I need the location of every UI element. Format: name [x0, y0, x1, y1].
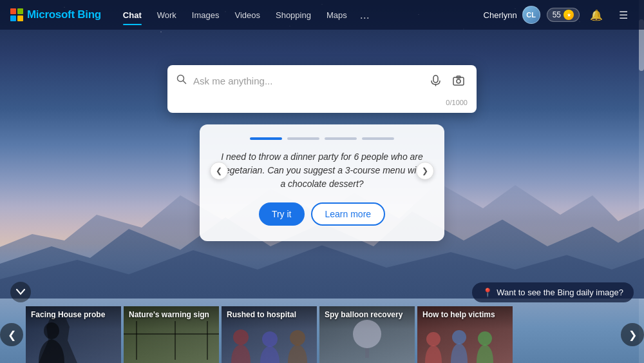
progress-dots	[219, 137, 425, 140]
nav-item-shopping[interactable]: Shopping	[269, 8, 317, 23]
news-next-button[interactable]: ❯	[621, 323, 644, 346]
menu-button[interactable]: ☰	[613, 5, 634, 25]
microsoft-logo-grid	[10, 8, 23, 21]
svg-point-7	[44, 322, 59, 339]
progress-dot-3[interactable]	[325, 137, 357, 140]
svg-point-19	[478, 331, 492, 346]
svg-point-18	[452, 330, 466, 344]
try-it-button[interactable]: Try it	[259, 202, 305, 226]
svg-point-17	[426, 332, 440, 346]
learn-more-button[interactable]: Learn more	[311, 202, 386, 226]
news-card-4[interactable]: Spy balloon recovery	[319, 306, 415, 363]
svg-rect-4	[453, 77, 464, 85]
search-bottom: 0/1000	[167, 96, 477, 113]
nav-items: Chat Work Images Videos Shopping Maps ..…	[117, 6, 471, 25]
score-badge[interactable]: 55 ★	[547, 8, 580, 22]
news-card-title-1: Facing House probe	[31, 310, 116, 320]
daily-image-button[interactable]: 📍 Want to see the Bing daily image?	[472, 282, 634, 302]
progress-dot-1[interactable]	[250, 137, 282, 140]
location-icon: 📍	[482, 288, 493, 297]
news-card-5[interactable]: How to help victims	[417, 306, 513, 363]
svg-point-14	[290, 330, 305, 346]
search-container: 0/1000	[167, 65, 477, 113]
card-inner: ❮ I need to throw a dinner party for 6 p…	[219, 150, 425, 191]
progress-dot-4[interactable]	[362, 137, 394, 140]
news-prev-button[interactable]: ❮	[0, 323, 23, 346]
user-section: Cherlynn CL	[484, 6, 540, 24]
mic-button[interactable]	[426, 72, 444, 90]
news-card-3[interactable]: Rushed to hospital	[222, 306, 317, 363]
logo-sq-blue	[10, 15, 16, 21]
brand-bing: Bing	[77, 8, 101, 21]
brand-name: Microsoft Bing	[27, 8, 101, 21]
news-card-title-2: Nature's warning sign	[129, 310, 214, 320]
news-card-1[interactable]: Facing House probe	[26, 306, 121, 363]
logo-sq-yellow	[17, 15, 23, 21]
search-top	[167, 65, 477, 96]
search-icons-right	[426, 72, 468, 90]
notifications-button[interactable]: 🔔	[586, 5, 607, 25]
card-prev-button[interactable]: ❮	[210, 162, 228, 180]
char-count: 0/1000	[446, 99, 468, 106]
svg-rect-16	[365, 348, 369, 358]
svg-point-15	[353, 320, 381, 348]
card-next-button[interactable]: ❯	[416, 162, 434, 180]
svg-rect-2	[433, 75, 438, 83]
svg-point-13	[262, 331, 278, 347]
camera-button[interactable]	[450, 72, 468, 90]
search-icon	[176, 74, 187, 87]
svg-point-5	[457, 79, 460, 83]
user-name: Cherlynn	[484, 10, 517, 20]
nav-item-maps[interactable]: Maps	[320, 8, 354, 23]
notifications-icon: 🔔	[590, 9, 603, 21]
svg-line-1	[184, 81, 186, 84]
main-content: 0/1000 ❮ I need to throw a dinner party …	[0, 30, 644, 241]
nav-item-videos[interactable]: Videos	[228, 8, 267, 23]
nav-right: Cherlynn CL 55 ★ 🔔 ☰	[484, 5, 634, 25]
svg-point-12	[233, 329, 249, 345]
score-value: 55	[553, 10, 561, 19]
search-input[interactable]	[193, 75, 420, 86]
suggestion-text: I need to throw a dinner party for 6 peo…	[219, 150, 425, 191]
logo-sq-red	[10, 8, 16, 14]
logo[interactable]: Microsoft Bing	[10, 8, 101, 21]
navbar: Microsoft Bing Chat Work Images Videos S…	[0, 0, 644, 30]
user-avatar[interactable]: CL	[522, 6, 540, 24]
bottom-bar: 📍 Want to see the Bing daily image?	[0, 278, 644, 306]
progress-dot-2[interactable]	[287, 137, 319, 140]
suggestion-card: ❮ I need to throw a dinner party for 6 p…	[200, 124, 444, 241]
nav-item-images[interactable]: Images	[185, 8, 226, 23]
daily-image-label: Want to see the Bing daily image?	[497, 288, 623, 297]
news-card-2[interactable]: Nature's warning sign	[124, 306, 219, 363]
news-cards-container: ❮ Facing House probe Nature's warning si…	[0, 306, 644, 363]
card-buttons: Try it Learn more	[219, 202, 425, 226]
brand-ms: Microsoft	[27, 8, 75, 21]
bottom-section: 📍 Want to see the Bing daily image? ❮ Fa…	[0, 278, 644, 363]
news-card-title-3: Rushed to hospital	[227, 310, 312, 320]
nav-item-chat[interactable]: Chat	[117, 8, 148, 23]
nav-more-button[interactable]: ...	[356, 6, 374, 25]
chevron-down-button[interactable]	[10, 282, 31, 302]
news-card-title-5: How to help victims	[422, 310, 507, 320]
score-icon: ★	[564, 10, 574, 20]
logo-sq-green	[17, 8, 23, 14]
menu-icon: ☰	[619, 9, 628, 21]
nav-item-work[interactable]: Work	[151, 8, 183, 23]
